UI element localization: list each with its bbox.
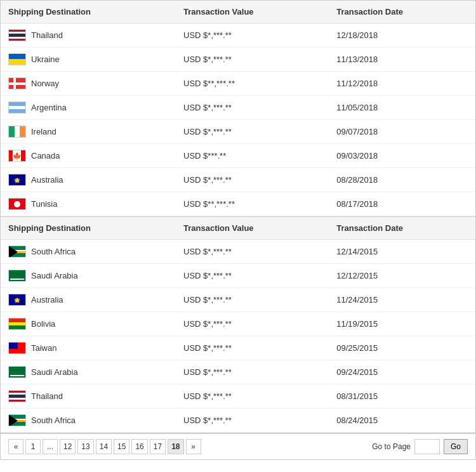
flag-icon	[8, 246, 26, 258]
page-button-13[interactable]: 13	[77, 439, 93, 454]
goto-label: Go to Page	[372, 442, 411, 451]
table-row: AustraliaUSD $*,***.**08/28/2018	[1, 168, 475, 192]
country-cell: South Africa	[1, 240, 176, 264]
go-button[interactable]: Go	[444, 439, 468, 454]
transaction-value: USD $*,***.**	[176, 312, 329, 336]
country-cell: Taiwan	[1, 336, 176, 360]
table-1-header-row: Shipping Destination Transaction Value T…	[1, 1, 475, 23]
transaction-value: USD $*,***.**	[176, 240, 329, 264]
transaction-date: 11/24/2015	[329, 288, 475, 312]
transaction-date: 11/12/2018	[329, 72, 475, 96]
country-cell: Saudi Arabia	[1, 360, 176, 384]
table-2-header-row: Shipping Destination Transaction Value T…	[1, 217, 475, 240]
table-row: AustraliaUSD $*,***.**11/24/2015	[1, 288, 475, 312]
pagination-bar: «1...12131415161718» Go to Page Go	[1, 433, 475, 459]
flag-icon	[8, 270, 26, 282]
transaction-value: USD $**,***.**	[176, 192, 329, 216]
country-cell: Ireland	[1, 120, 176, 144]
country-name: Saudi Arabia	[31, 271, 78, 280]
col-header-value-1: Transaction Value	[176, 1, 329, 23]
table-row: Saudi ArabiaUSD $*,***.**12/12/2015	[1, 264, 475, 288]
page-button-12[interactable]: 12	[60, 439, 76, 454]
flag-icon	[8, 150, 26, 162]
country-name: Canada	[31, 151, 60, 161]
flag-icon	[8, 294, 26, 306]
page-button-17[interactable]: 17	[150, 439, 166, 454]
col-header-destination-1: Shipping Destination	[1, 1, 176, 23]
page-button-16[interactable]: 16	[131, 439, 147, 454]
table-row: ArgentinaUSD $*,***.**11/05/2018	[1, 96, 475, 120]
country-name: South Africa	[31, 416, 76, 425]
country-name: Thailand	[31, 30, 63, 40]
transaction-date: 08/24/2015	[329, 409, 475, 433]
pagination-pages: «1...12131415161718»	[8, 439, 201, 454]
table-row: NorwayUSD $**,***.**11/12/2018	[1, 72, 475, 96]
main-container: Shipping Destination Transaction Value T…	[0, 0, 476, 460]
country-cell: Ukraine	[1, 48, 176, 72]
page-button-18[interactable]: 18	[168, 439, 183, 454]
flag-icon	[8, 198, 26, 210]
flag-icon	[8, 102, 26, 114]
transaction-date: 08/28/2018	[329, 168, 475, 192]
flag-icon	[8, 414, 26, 426]
page-button-1[interactable]: 1	[25, 439, 41, 454]
transaction-date: 09/07/2018	[329, 120, 475, 144]
transaction-date: 12/18/2018	[329, 23, 475, 48]
transaction-date: 09/24/2015	[329, 360, 475, 384]
table-row: BoliviaUSD $*,***.**11/19/2015	[1, 312, 475, 336]
transaction-date: 09/03/2018	[329, 144, 475, 168]
table-row: Saudi ArabiaUSD $*,***.**09/24/2015	[1, 360, 475, 384]
transaction-value: USD $**,***.**	[176, 72, 329, 96]
transaction-date: 11/05/2018	[329, 96, 475, 120]
flag-icon	[8, 29, 26, 41]
next-page-button[interactable]: »	[186, 439, 201, 454]
table-row: TaiwanUSD $*,***.**09/25/2015	[1, 336, 475, 360]
col-header-value-2: Transaction Value	[176, 217, 329, 240]
table-row: South AfricaUSD $*,***.**12/14/2015	[1, 240, 475, 264]
table-row: IrelandUSD $*,***.**09/07/2018	[1, 120, 475, 144]
page-button-...[interactable]: ...	[43, 439, 58, 454]
transaction-date: 11/19/2015	[329, 312, 475, 336]
flag-icon	[8, 174, 26, 186]
table-row: ThailandUSD $*,***.**08/31/2015	[1, 384, 475, 409]
table-section-1: Shipping Destination Transaction Value T…	[1, 1, 475, 217]
transaction-value: USD $*,***.**	[176, 120, 329, 144]
country-cell: Bolivia	[1, 312, 176, 336]
goto-input[interactable]	[414, 439, 440, 454]
country-cell: Thailand	[1, 23, 176, 48]
country-name: Bolivia	[31, 319, 55, 329]
country-cell: Argentina	[1, 96, 176, 120]
transaction-value: USD $*,***.**	[176, 384, 329, 409]
transaction-date: 09/25/2015	[329, 336, 475, 360]
country-name: Ireland	[31, 127, 56, 136]
country-cell: Canada	[1, 144, 176, 168]
table-row: TunisiaUSD $**,***.**08/17/2018	[1, 192, 475, 216]
table-row: CanadaUSD $***.**09/03/2018	[1, 144, 475, 168]
page-button-14[interactable]: 14	[96, 439, 112, 454]
country-cell: Saudi Arabia	[1, 264, 176, 288]
transaction-value: USD $*,***.**	[176, 360, 329, 384]
country-name: Australia	[31, 295, 63, 305]
flag-icon	[8, 77, 26, 89]
page-button-15[interactable]: 15	[114, 439, 129, 454]
transaction-date: 08/31/2015	[329, 384, 475, 409]
transaction-value: USD $*,***.**	[176, 96, 329, 120]
table-row: South AfricaUSD $*,***.**08/24/2015	[1, 409, 475, 433]
transaction-value: USD $*,***.**	[176, 264, 329, 288]
country-name: Tunisia	[31, 199, 57, 209]
country-cell: Australia	[1, 168, 176, 192]
table-2: Shipping Destination Transaction Value T…	[1, 217, 475, 433]
prev-page-button[interactable]: «	[8, 439, 23, 454]
flag-icon	[8, 318, 26, 330]
country-name: Taiwan	[31, 343, 56, 353]
transaction-value: USD $*,***.**	[176, 288, 329, 312]
table-1: Shipping Destination Transaction Value T…	[1, 1, 475, 216]
flag-icon	[8, 390, 26, 402]
transaction-date: 11/13/2018	[329, 48, 475, 72]
country-name: Saudi Arabia	[31, 367, 78, 377]
transaction-value: USD $***.**	[176, 144, 329, 168]
col-header-date-1: Transaction Date	[329, 1, 475, 23]
transaction-value: USD $*,***.**	[176, 409, 329, 433]
country-name: South Africa	[31, 247, 76, 256]
transaction-value: USD $*,***.**	[176, 23, 329, 48]
